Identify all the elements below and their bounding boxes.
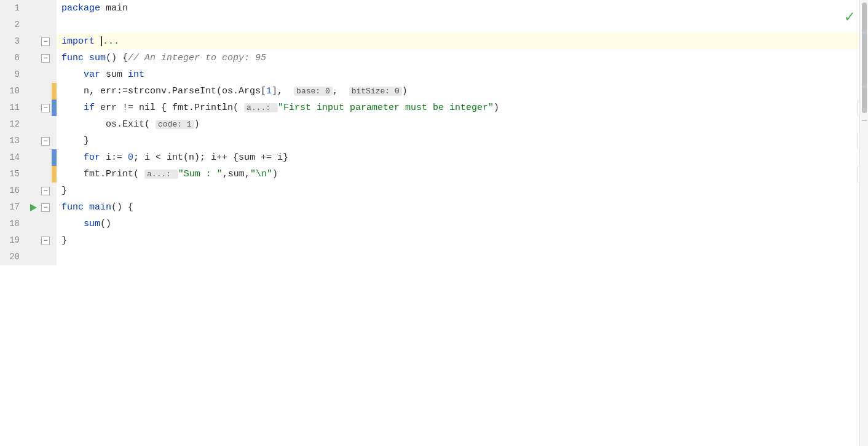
line-11: 11− if err != nil { fmt.Println( a...: "… (0, 100, 868, 116)
code-content-9[interactable]: var sum int (57, 66, 868, 83)
line-number-14: 14 (0, 149, 27, 166)
line-3: 3−import ... (0, 33, 868, 50)
checkmark-icon: ✓ (845, 5, 854, 29)
run-area-8 (27, 50, 39, 66)
run-arrow-17[interactable] (30, 204, 37, 211)
debug-bar-9 (52, 66, 57, 83)
fold-area-8[interactable]: − (39, 50, 52, 66)
fold-area-16[interactable]: − (39, 182, 52, 199)
line-number-3: 3 (0, 33, 27, 50)
line-9: 9 var sum int (0, 66, 868, 83)
run-area-9 (27, 66, 39, 83)
debug-bar-13 (52, 133, 57, 149)
debug-bar-11 (52, 100, 57, 116)
code-content-12[interactable]: os.Exit( code: 1) (57, 116, 868, 133)
run-area-15 (27, 166, 39, 182)
line-number-2: 2 (0, 17, 27, 33)
fold-area-17[interactable]: − (39, 199, 52, 216)
fold-area-1 (39, 0, 52, 17)
run-area-16 (27, 182, 39, 199)
fold-area-15 (39, 166, 52, 182)
debug-bar-15 (52, 166, 57, 182)
run-area-19 (27, 232, 39, 249)
code-content-2[interactable] (57, 17, 868, 33)
fold-area-3[interactable]: − (39, 33, 52, 50)
code-area: 1package main23−import ...8−func sum() {… (0, 0, 868, 446)
fold-icon-16[interactable]: − (41, 187, 50, 195)
run-area-18 (27, 216, 39, 232)
debug-bar-20 (52, 249, 57, 265)
fold-icon-17[interactable]: − (41, 203, 50, 212)
code-content-16[interactable]: } (57, 182, 868, 199)
fold-area-10 (39, 83, 52, 100)
debug-bar-10 (52, 83, 57, 100)
scrollbar-mark-3 (862, 120, 867, 121)
code-content-10[interactable]: n, err:=strconv.ParseInt(os.Args[1], bas… (57, 83, 868, 100)
line-number-15: 15 (0, 166, 27, 182)
line-number-9: 9 (0, 66, 27, 83)
line-number-13: 13 (0, 133, 27, 149)
run-area-17 (27, 199, 39, 216)
line-number-18: 18 (0, 216, 27, 232)
fold-icon-3[interactable]: − (41, 37, 50, 46)
line-19: 19−} (0, 232, 868, 249)
editor-container: 1package main23−import ...8−func sum() {… (0, 0, 868, 446)
debug-bar-16 (52, 182, 57, 199)
run-area-3 (27, 33, 39, 50)
fold-area-18 (39, 216, 52, 232)
code-content-13[interactable]: } (57, 133, 868, 149)
code-content-20[interactable] (57, 249, 868, 265)
debug-bar-1 (52, 0, 57, 17)
scrollbar-mark-1 (862, 32, 867, 33)
lines-container: 1package main23−import ...8−func sum() {… (0, 0, 868, 265)
code-content-17[interactable]: func main() { (57, 199, 868, 216)
line-12: 12 os.Exit( code: 1) (0, 116, 868, 133)
line-2: 2 (0, 17, 868, 33)
line-18: 18 sum() (0, 216, 868, 232)
debug-bar-3 (52, 33, 57, 50)
code-content-15[interactable]: fmt.Print( a...: "Sum : ",sum,"\n") (57, 166, 868, 182)
line-17: 17−func main() { (0, 199, 868, 216)
fold-area-13[interactable]: − (39, 133, 52, 149)
fold-icon-8[interactable]: − (41, 54, 50, 63)
fold-area-11[interactable]: − (39, 100, 52, 116)
line-number-1: 1 (0, 0, 27, 17)
line-number-11: 11 (0, 100, 27, 116)
fold-icon-11[interactable]: − (41, 104, 50, 112)
line-16: 16−} (0, 182, 868, 199)
line-number-20: 20 (0, 249, 27, 265)
code-content-11[interactable]: if err != nil { fmt.Println( a...: "Firs… (57, 100, 868, 116)
fold-area-14 (39, 149, 52, 166)
line-number-17: 17 (0, 199, 27, 216)
scrollbar[interactable] (859, 0, 868, 446)
code-content-1[interactable]: package main (57, 0, 868, 17)
code-content-18[interactable]: sum() (57, 216, 868, 232)
run-area-20 (27, 249, 39, 265)
fold-area-2 (39, 17, 52, 33)
line-number-16: 16 (0, 182, 27, 199)
fold-area-20 (39, 249, 52, 265)
fold-area-9 (39, 66, 52, 83)
debug-bar-2 (52, 17, 57, 33)
code-content-14[interactable]: for i:= 0; i < int(n); i++ {sum += i} (57, 149, 868, 166)
line-number-10: 10 (0, 83, 27, 100)
debug-bar-19 (52, 232, 57, 249)
code-content-19[interactable]: } (57, 232, 868, 249)
debug-bar-18 (52, 216, 57, 232)
code-content-8[interactable]: func sum() {// An integer to copy: 95 (57, 50, 868, 66)
run-area-13 (27, 133, 39, 149)
run-area-2 (27, 17, 39, 33)
run-area-12 (27, 116, 39, 133)
code-content-3[interactable]: import ... (57, 33, 868, 50)
run-area-11 (27, 100, 39, 116)
line-number-12: 12 (0, 116, 27, 133)
scrollbar-thumb[interactable] (862, 2, 867, 113)
line-8: 8−func sum() {// An integer to copy: 95 (0, 50, 868, 66)
fold-icon-13[interactable]: − (41, 137, 50, 146)
debug-bar-8 (52, 50, 57, 66)
fold-area-19[interactable]: − (39, 232, 52, 249)
fold-icon-19[interactable]: − (41, 237, 50, 245)
run-area-10 (27, 83, 39, 100)
line-1: 1package main (0, 0, 868, 17)
scrollbar-mark-2 (862, 86, 867, 87)
